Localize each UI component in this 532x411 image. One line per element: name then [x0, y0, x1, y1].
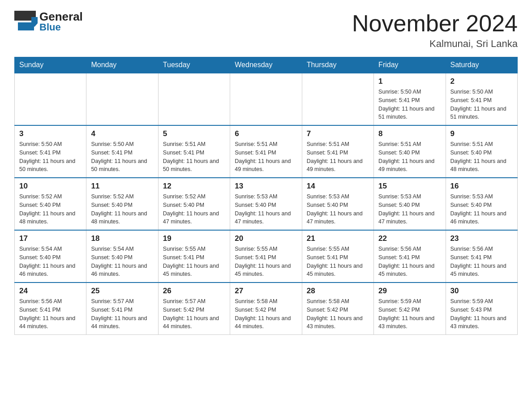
day-info: Sunrise: 5:53 AM Sunset: 5:40 PM Dayligh…: [378, 193, 441, 226]
header-thursday: Thursday: [302, 57, 373, 73]
day-info: Sunrise: 5:50 AM Sunset: 5:41 PM Dayligh…: [91, 140, 153, 174]
calendar-cell: [15, 73, 86, 125]
day-info: Sunrise: 5:55 AM Sunset: 5:41 PM Dayligh…: [163, 245, 225, 278]
day-number: 2: [450, 77, 513, 86]
calendar-cell: 7Sunrise: 5:51 AM Sunset: 5:41 PM Daylig…: [302, 125, 373, 178]
logo-blue-text: Blue: [39, 22, 83, 32]
day-number: 27: [235, 287, 297, 295]
day-info: Sunrise: 5:52 AM Sunset: 5:40 PM Dayligh…: [19, 193, 82, 226]
day-number: 8: [378, 129, 441, 138]
calendar-cell: 23Sunrise: 5:56 AM Sunset: 5:41 PM Dayli…: [446, 230, 517, 283]
day-info: Sunrise: 5:56 AM Sunset: 5:41 PM Dayligh…: [378, 245, 441, 278]
calendar-cell: 1Sunrise: 5:50 AM Sunset: 5:41 PM Daylig…: [374, 73, 446, 125]
calendar-cell: 19Sunrise: 5:55 AM Sunset: 5:41 PM Dayli…: [158, 230, 230, 283]
day-number: 9: [450, 129, 513, 138]
day-number: 16: [450, 182, 513, 191]
calendar-cell: 6Sunrise: 5:51 AM Sunset: 5:41 PM Daylig…: [230, 125, 302, 178]
location-title: Kalmunai, Sri Lanka: [352, 38, 518, 50]
week-row-1: 1Sunrise: 5:50 AM Sunset: 5:41 PM Daylig…: [15, 73, 518, 125]
day-info: Sunrise: 5:53 AM Sunset: 5:40 PM Dayligh…: [450, 193, 513, 226]
logo-text: General Blue: [39, 11, 83, 32]
week-row-5: 24Sunrise: 5:56 AM Sunset: 5:41 PM Dayli…: [15, 283, 518, 335]
day-number: 20: [235, 234, 297, 243]
day-info: Sunrise: 5:56 AM Sunset: 5:41 PM Dayligh…: [19, 297, 82, 331]
calendar-cell: 17Sunrise: 5:54 AM Sunset: 5:40 PM Dayli…: [15, 230, 86, 283]
header: General Blue November 2024 Kalmunai, Sri…: [14, 11, 518, 50]
calendar-cell: 9Sunrise: 5:51 AM Sunset: 5:40 PM Daylig…: [446, 125, 517, 178]
day-number: 28: [307, 287, 369, 295]
day-info: Sunrise: 5:59 AM Sunset: 5:43 PM Dayligh…: [450, 297, 513, 331]
day-info: Sunrise: 5:51 AM Sunset: 5:41 PM Dayligh…: [163, 140, 225, 174]
day-info: Sunrise: 5:53 AM Sunset: 5:40 PM Dayligh…: [235, 193, 297, 226]
weekday-header-row: Sunday Monday Tuesday Wednesday Thursday…: [15, 57, 518, 73]
calendar-cell: 5Sunrise: 5:51 AM Sunset: 5:41 PM Daylig…: [158, 125, 230, 178]
title-area: November 2024 Kalmunai, Sri Lanka: [352, 11, 518, 50]
calendar-cell: [230, 73, 302, 125]
calendar-cell: 29Sunrise: 5:59 AM Sunset: 5:42 PM Dayli…: [374, 283, 446, 335]
calendar-cell: [86, 73, 158, 125]
calendar-cell: 25Sunrise: 5:57 AM Sunset: 5:41 PM Dayli…: [86, 283, 158, 335]
day-info: Sunrise: 5:51 AM Sunset: 5:40 PM Dayligh…: [378, 140, 441, 174]
calendar-cell: 11Sunrise: 5:52 AM Sunset: 5:40 PM Dayli…: [86, 178, 158, 230]
day-number: 14: [307, 182, 369, 191]
calendar-cell: 21Sunrise: 5:55 AM Sunset: 5:41 PM Dayli…: [302, 230, 373, 283]
day-info: Sunrise: 5:57 AM Sunset: 5:41 PM Dayligh…: [91, 297, 153, 331]
day-number: 11: [91, 182, 153, 191]
calendar-cell: 10Sunrise: 5:52 AM Sunset: 5:40 PM Dayli…: [15, 178, 86, 230]
logo-wrapper: General Blue: [14, 11, 83, 32]
day-number: 12: [163, 182, 225, 191]
calendar-cell: 26Sunrise: 5:57 AM Sunset: 5:42 PM Dayli…: [158, 283, 230, 335]
day-info: Sunrise: 5:53 AM Sunset: 5:40 PM Dayligh…: [307, 193, 369, 226]
day-info: Sunrise: 5:51 AM Sunset: 5:40 PM Dayligh…: [450, 140, 513, 174]
logo-general-text: General: [39, 11, 83, 22]
day-number: 3: [19, 129, 82, 138]
day-number: 6: [235, 129, 297, 138]
calendar-table: Sunday Monday Tuesday Wednesday Thursday…: [14, 57, 518, 335]
calendar-cell: 30Sunrise: 5:59 AM Sunset: 5:43 PM Dayli…: [446, 283, 517, 335]
calendar-cell: 2Sunrise: 5:50 AM Sunset: 5:41 PM Daylig…: [446, 73, 517, 125]
day-number: 30: [450, 287, 513, 295]
calendar-cell: 12Sunrise: 5:52 AM Sunset: 5:40 PM Dayli…: [158, 178, 230, 230]
day-info: Sunrise: 5:55 AM Sunset: 5:41 PM Dayligh…: [235, 245, 297, 278]
day-number: 24: [19, 287, 82, 295]
day-number: 19: [163, 234, 225, 243]
day-number: 13: [235, 182, 297, 191]
header-sunday: Sunday: [15, 57, 86, 73]
day-info: Sunrise: 5:55 AM Sunset: 5:41 PM Dayligh…: [307, 245, 369, 278]
day-number: 5: [163, 129, 225, 138]
calendar-cell: 13Sunrise: 5:53 AM Sunset: 5:40 PM Dayli…: [230, 178, 302, 230]
header-friday: Friday: [374, 57, 446, 73]
logo-area: General Blue: [14, 11, 83, 32]
day-number: 18: [91, 234, 153, 243]
day-number: 4: [91, 129, 153, 138]
day-number: 7: [307, 129, 369, 138]
day-info: Sunrise: 5:50 AM Sunset: 5:41 PM Dayligh…: [19, 140, 82, 174]
day-info: Sunrise: 5:58 AM Sunset: 5:42 PM Dayligh…: [307, 297, 369, 331]
day-info: Sunrise: 5:52 AM Sunset: 5:40 PM Dayligh…: [163, 193, 225, 226]
day-info: Sunrise: 5:51 AM Sunset: 5:41 PM Dayligh…: [235, 140, 297, 174]
day-number: 21: [307, 234, 369, 243]
calendar-cell: 24Sunrise: 5:56 AM Sunset: 5:41 PM Dayli…: [15, 283, 86, 335]
calendar-cell: [302, 73, 373, 125]
day-info: Sunrise: 5:59 AM Sunset: 5:42 PM Dayligh…: [378, 297, 441, 331]
calendar-cell: [158, 73, 230, 125]
logo-icon: [14, 11, 38, 32]
header-monday: Monday: [86, 57, 158, 73]
week-row-3: 10Sunrise: 5:52 AM Sunset: 5:40 PM Dayli…: [15, 178, 518, 230]
day-number: 29: [378, 287, 441, 295]
header-tuesday: Tuesday: [158, 57, 230, 73]
day-number: 17: [19, 234, 82, 243]
day-info: Sunrise: 5:54 AM Sunset: 5:40 PM Dayligh…: [19, 245, 82, 278]
week-row-2: 3Sunrise: 5:50 AM Sunset: 5:41 PM Daylig…: [15, 125, 518, 178]
day-info: Sunrise: 5:57 AM Sunset: 5:42 PM Dayligh…: [163, 297, 225, 331]
day-info: Sunrise: 5:51 AM Sunset: 5:41 PM Dayligh…: [307, 140, 369, 174]
day-number: 22: [378, 234, 441, 243]
calendar-cell: 27Sunrise: 5:58 AM Sunset: 5:42 PM Dayli…: [230, 283, 302, 335]
calendar-cell: 16Sunrise: 5:53 AM Sunset: 5:40 PM Dayli…: [446, 178, 517, 230]
day-info: Sunrise: 5:52 AM Sunset: 5:40 PM Dayligh…: [91, 193, 153, 226]
month-title: November 2024: [352, 11, 518, 36]
calendar-cell: 14Sunrise: 5:53 AM Sunset: 5:40 PM Dayli…: [302, 178, 373, 230]
calendar-cell: 3Sunrise: 5:50 AM Sunset: 5:41 PM Daylig…: [15, 125, 86, 178]
header-wednesday: Wednesday: [230, 57, 302, 73]
week-row-4: 17Sunrise: 5:54 AM Sunset: 5:40 PM Dayli…: [15, 230, 518, 283]
